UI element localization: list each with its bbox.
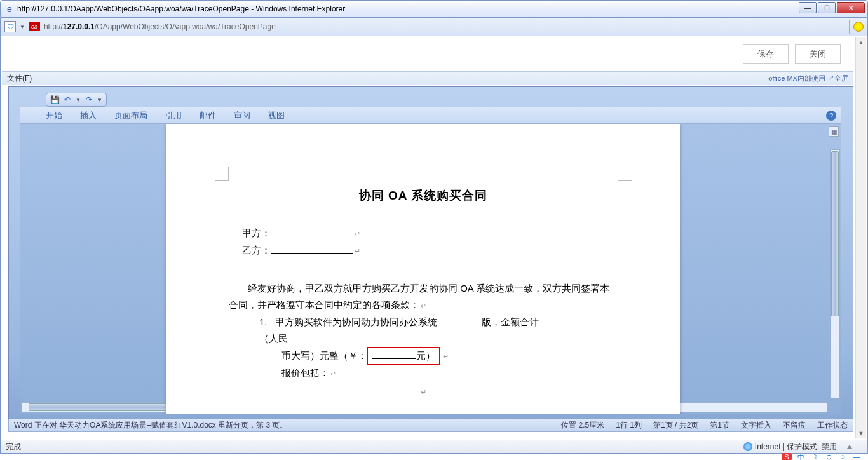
- item1-number: 1.: [259, 314, 273, 330]
- item1-text-e: 元）: [416, 350, 435, 361]
- qat-customize-icon[interactable]: ▼: [97, 97, 102, 103]
- close-button[interactable]: ✕: [837, 2, 865, 13]
- editor-vertical-scrollbar[interactable]: [830, 149, 840, 398]
- doc-title: 协同 OA 系统购买合同: [229, 187, 618, 204]
- ribbon-tabs: 开始 插入 页面布局 引用 邮件 审阅 视图 ?: [20, 107, 841, 124]
- status-indicator-icon[interactable]: [847, 445, 852, 449]
- status-trace[interactable]: 不留痕: [783, 420, 806, 431]
- word-editor-frame: 💾 ↶ ▼ ↷ ▼ 开始 插入 页面布局 引用 邮件 审阅 视图: [8, 86, 853, 419]
- system-tray: S 中 ☽ ⊙ ☺ —: [0, 454, 868, 460]
- amount-num-blank[interactable]: [372, 350, 416, 359]
- status-zone[interactable]: Internet | 保护模式: 禁用: [755, 442, 837, 452]
- page-wrap: 保存 关闭 文件(F) office MX内部使用 ↗全屏 💾 ↶ ▼ ↷ ▼: [2, 37, 853, 438]
- close-page-button[interactable]: 关闭: [795, 44, 841, 64]
- site-icon: oa: [29, 22, 40, 31]
- redo-icon[interactable]: ↷: [85, 95, 93, 104]
- browser-viewport: 保存 关闭 文件(F) office MX内部使用 ↗全屏 💾 ↶ ▼ ↷ ▼: [0, 36, 868, 440]
- scrollbar-thumb[interactable]: [831, 151, 839, 316]
- undo-dropdown-icon[interactable]: ▼: [76, 97, 81, 103]
- document-page[interactable]: 协同 OA 系统购买合同 甲方：↵ 乙方：↵ 经友好协商，甲乙双方就甲方购买乙方…: [166, 124, 680, 414]
- item1-text-a: 甲方购买软件为协同动力协同办公系统: [275, 316, 437, 327]
- parties-highlight-box: 甲方：↵ 乙方：↵: [238, 222, 367, 262]
- tab-view[interactable]: 视图: [268, 110, 285, 121]
- compat-view-icon[interactable]: [853, 22, 864, 32]
- amount-blank[interactable]: [539, 316, 602, 325]
- ie-favicon: e: [4, 4, 15, 14]
- status-done: 完成: [6, 442, 21, 452]
- tray-icon-6[interactable]: —: [851, 453, 862, 460]
- item1-text-f: 报价包括：: [281, 367, 329, 378]
- ruler-toggle-icon[interactable]: ▦: [829, 126, 839, 137]
- party-a-blank[interactable]: [271, 227, 353, 236]
- status-pages[interactable]: 第1页 / 共2页: [653, 420, 698, 431]
- tray-icon-5[interactable]: ☺: [837, 453, 848, 460]
- page-vertical-scrollbar[interactable]: ▲ ▼: [855, 37, 866, 438]
- file-menu[interactable]: 文件(F): [7, 73, 32, 84]
- menubar-right-text[interactable]: office MX内部使用 ↗全屏: [768, 74, 848, 83]
- paragraph-1b: 合同，并严格遵守本合同中约定的各项条款：: [229, 299, 419, 310]
- url-path: /OAapp/WebObjects/OAapp.woa/wa/TraceOpen…: [95, 22, 276, 31]
- address-bar: 🛡 ▼ oa http://127.0.0.1/OAapp/WebObjects…: [0, 18, 868, 36]
- url-host: 127.0.0.1: [63, 22, 95, 31]
- globe-icon: [743, 442, 752, 451]
- tray-icon-moon[interactable]: ☽: [810, 453, 820, 460]
- ime-icon[interactable]: S: [782, 453, 792, 460]
- status-insert[interactable]: 文字插入: [741, 420, 771, 431]
- page-actionbar: 保存 关闭: [2, 37, 853, 71]
- status-repaginate: Word 正在对 华天动力OA系统应用场景--赋值套红V1.0.docx 重新分…: [14, 420, 288, 431]
- crop-mark: [618, 167, 632, 181]
- item1-text-b: 版，金额合计: [482, 316, 539, 327]
- window-controls: — ☐ ✕: [797, 2, 865, 13]
- ie-status-bar: 完成 Internet | 保护模式: 禁用: [0, 440, 868, 454]
- list-item-1: 1. 甲方购买软件为协同动力协同办公系统版，金额合计（人民: [259, 314, 618, 347]
- list-item-1-line2: 币大写）元整（￥：元） ↵: [281, 347, 618, 365]
- document-content[interactable]: 协同 OA 系统购买合同 甲方：↵ 乙方：↵ 经友好协商，甲乙双方就甲方购买乙方…: [229, 187, 618, 396]
- document-area: ▦ 协同 OA 系统购买合同 甲方：↵ 乙方：↵: [20, 124, 841, 414]
- url-text[interactable]: http://127.0.0.1/OAapp/WebObjects/OAapp.…: [44, 22, 843, 31]
- crop-mark: [215, 167, 229, 181]
- help-icon[interactable]: ?: [826, 111, 836, 121]
- tab-insert[interactable]: 插入: [80, 110, 97, 121]
- tray-icon-4[interactable]: ⊙: [824, 453, 834, 460]
- status-rowcol[interactable]: 1行 1列: [616, 420, 642, 431]
- undo-icon[interactable]: ↶: [63, 95, 72, 104]
- party-a-label: 甲方：: [242, 227, 271, 238]
- tab-home[interactable]: 开始: [46, 110, 62, 121]
- dropdown-icon[interactable]: ▼: [20, 24, 25, 30]
- scroll-down-icon[interactable]: ▼: [856, 428, 866, 438]
- url-prefix: http://: [44, 22, 63, 31]
- paragraph-1a: 经友好协商，甲乙双方就甲方购买乙方开发的协同 OA 系统达成一致，双方共同签署本: [229, 280, 618, 297]
- status-workstate[interactable]: 工作状态: [817, 420, 848, 431]
- party-b-label: 乙方：: [242, 245, 271, 255]
- status-position[interactable]: 位置 2.5厘米: [561, 420, 604, 431]
- paragraph-mark: ↵: [229, 388, 618, 396]
- party-b-line: 乙方：↵: [242, 242, 360, 259]
- version-blank[interactable]: [437, 316, 482, 325]
- item1-text-c: （人民: [259, 333, 288, 344]
- window-titlebar: e http://127.0.0.1/OAapp/WebObjects/OAap…: [0, 0, 868, 18]
- minimize-button[interactable]: —: [799, 2, 817, 13]
- page-menubar: 文件(F) office MX内部使用 ↗全屏: [2, 71, 853, 85]
- tab-mail[interactable]: 邮件: [200, 110, 216, 121]
- item1-text-d: 币大写）元整（￥：: [281, 350, 367, 361]
- addr-separator: [849, 20, 850, 34]
- list-item-1-line3: 报价包括：↵: [281, 365, 618, 382]
- window-title: http://127.0.0.1/OAapp/WebObjects/OAapp.…: [17, 4, 345, 13]
- tab-layout[interactable]: 页面布局: [114, 110, 147, 121]
- save-icon[interactable]: 💾: [50, 95, 59, 104]
- save-button[interactable]: 保存: [743, 44, 789, 64]
- scroll-up-icon[interactable]: ▲: [856, 37, 866, 48]
- quick-access-toolbar: 💾 ↶ ▼ ↷ ▼: [20, 92, 841, 107]
- tab-references[interactable]: 引用: [165, 110, 182, 121]
- tab-review[interactable]: 审阅: [234, 110, 250, 121]
- maximize-button[interactable]: ☐: [818, 2, 836, 13]
- word-status-bar: Word 正在对 华天动力OA系统应用场景--赋值套红V1.0.docx 重新分…: [8, 419, 853, 432]
- party-a-line: 甲方：↵: [242, 225, 360, 242]
- ime-lang-icon[interactable]: 中: [796, 453, 806, 460]
- status-section[interactable]: 第1节: [710, 420, 729, 431]
- security-shield-icon[interactable]: 🛡: [4, 21, 16, 32]
- party-b-blank[interactable]: [271, 245, 353, 254]
- amount-highlight-box: 元）: [367, 347, 440, 365]
